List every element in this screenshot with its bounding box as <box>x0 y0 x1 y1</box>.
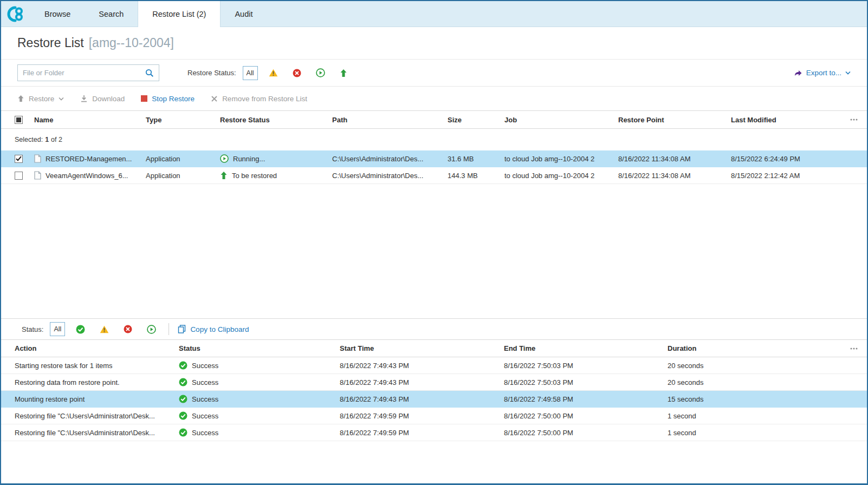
session-filter-all-button[interactable]: All <box>50 322 65 336</box>
cell-duration: 20 seconds <box>668 362 844 370</box>
running-icon <box>316 68 325 77</box>
column-header-duration[interactable]: Duration <box>668 344 844 352</box>
session-filter-warning-button[interactable] <box>96 322 113 336</box>
search-box <box>17 64 159 81</box>
download-icon <box>80 95 88 102</box>
indeterminate-mark <box>16 117 21 122</box>
remove-from-list-button[interactable]: Remove from Restore List <box>211 95 307 103</box>
column-header-restore-point[interactable]: Restore Point <box>618 116 731 124</box>
filter-all-button[interactable]: All <box>243 66 258 80</box>
cell-action: Restoring file "C:\Users\Administrator\D… <box>15 429 179 437</box>
table-row[interactable]: VeeamAgentWindows_6... Application To be… <box>1 167 867 184</box>
tab-restore-list[interactable]: Restore List (2) <box>138 1 221 27</box>
select-all-checkbox[interactable] <box>15 116 23 124</box>
warning-icon <box>269 69 278 77</box>
session-log-panel: Status: All Copy to Clipboard <box>1 318 867 483</box>
column-chooser-icon[interactable] <box>844 346 858 351</box>
session-filter-error-button[interactable] <box>120 322 136 336</box>
running-icon <box>220 154 229 163</box>
to-be-restored-icon <box>220 171 228 180</box>
nav-tabs: Browse Search Restore List (2) Audit <box>30 1 267 27</box>
cell-last-modified: 8/15/2022 2:12:42 AM <box>731 172 844 180</box>
cell-action: Restoring data from restore point. <box>15 378 179 386</box>
download-label: Download <box>92 95 125 103</box>
stop-restore-label: Stop Restore <box>152 95 195 103</box>
column-header-end-time[interactable]: End Time <box>504 344 668 352</box>
stop-icon <box>141 95 147 102</box>
tab-search[interactable]: Search <box>85 1 138 27</box>
download-button[interactable]: Download <box>80 95 125 103</box>
cell-end-time: 8/16/2022 7:50:03 PM <box>504 378 668 386</box>
session-filter-success-button[interactable] <box>72 322 89 336</box>
cell-end-time: 8/16/2022 7:50:00 PM <box>504 429 668 437</box>
restore-status-filters: All <box>243 66 351 80</box>
restore-status-label: Restore Status: <box>187 69 236 77</box>
copy-to-clipboard-button[interactable]: Copy to Clipboard <box>178 325 249 333</box>
restore-button[interactable]: Restore <box>17 95 64 103</box>
column-header-start-time[interactable]: Start Time <box>340 344 504 352</box>
selected-suffix: of 2 <box>51 136 62 143</box>
file-icon <box>34 154 41 163</box>
table-row[interactable]: RESTORED-Managemen... Application Runnin… <box>1 150 867 167</box>
page-subtitle: [amg--10-2004] <box>89 36 174 50</box>
column-header-last-modified[interactable]: Last Modified <box>731 116 844 124</box>
cell-status: Success <box>192 395 218 403</box>
search-icon[interactable] <box>145 69 154 77</box>
cell-duration: 1 second <box>668 429 844 437</box>
cell-end-time: 8/16/2022 7:50:00 PM <box>504 412 668 420</box>
app-window: Browse Search Restore List (2) Audit Res… <box>0 0 868 485</box>
search-input[interactable] <box>23 69 145 77</box>
column-chooser-icon[interactable] <box>844 117 858 122</box>
cell-name: RESTORED-Managemen... <box>46 155 132 163</box>
filter-pending-button[interactable] <box>336 66 351 80</box>
error-icon <box>293 69 301 77</box>
to-be-restored-icon <box>340 69 347 77</box>
app-logo[interactable] <box>1 1 30 27</box>
export-button[interactable]: Export to... <box>794 69 851 77</box>
filter-running-button[interactable] <box>312 66 329 80</box>
file-table-header: Name Type Restore Status Path Size Job R… <box>1 110 867 129</box>
row-checkbox[interactable] <box>15 172 23 180</box>
filter-error-button[interactable] <box>289 66 305 80</box>
filter-warning-button[interactable] <box>265 66 282 80</box>
list-item[interactable]: Starting restore task for 1 items Succes… <box>1 357 867 374</box>
cell-duration: 20 seconds <box>668 378 844 386</box>
session-filter-running-button[interactable] <box>143 322 160 336</box>
list-item[interactable]: Mounting restore point Success 8/16/2022… <box>1 391 867 408</box>
column-header-restore-status[interactable]: Restore Status <box>220 116 332 124</box>
list-item[interactable]: Restoring file "C:\Users\Administrator\D… <box>1 424 867 441</box>
stop-restore-button[interactable]: Stop Restore <box>141 95 195 103</box>
row-checkbox[interactable] <box>15 155 23 163</box>
list-item[interactable]: Restoring data from restore point. Succe… <box>1 374 867 391</box>
copy-icon <box>178 325 186 333</box>
column-header-type[interactable]: Type <box>146 116 220 124</box>
column-header-job[interactable]: Job <box>504 116 618 124</box>
filter-toolbar: Restore Status: All Export to... <box>1 60 867 87</box>
column-header-size[interactable]: Size <box>448 116 504 124</box>
list-item[interactable]: Restoring file "C:\Users\Administrator\D… <box>1 408 867 424</box>
cell-restore-status: Running... <box>233 155 265 163</box>
restore-up-icon <box>17 95 24 102</box>
copy-label: Copy to Clipboard <box>190 325 249 333</box>
column-header-action[interactable]: Action <box>15 344 179 352</box>
success-icon <box>179 411 187 420</box>
column-header-path[interactable]: Path <box>332 116 448 124</box>
cell-start-time: 8/16/2022 7:49:59 PM <box>340 412 504 420</box>
selected-prefix: Selected: <box>15 136 43 143</box>
export-label: Export to... <box>806 69 841 77</box>
remove-label: Remove from Restore List <box>222 95 307 103</box>
close-icon <box>211 95 218 102</box>
column-header-status[interactable]: Status <box>179 344 340 352</box>
export-icon <box>794 69 802 77</box>
cell-size: 144.3 MB <box>448 172 504 180</box>
warning-icon <box>100 325 109 333</box>
cell-restore-point: 8/16/2022 11:34:08 AM <box>618 172 731 180</box>
cell-size: 31.6 MB <box>448 155 504 163</box>
cell-last-modified: 8/15/2022 6:24:49 PM <box>731 155 844 163</box>
tab-browse[interactable]: Browse <box>30 1 85 27</box>
cell-duration: 15 seconds <box>668 395 844 403</box>
column-header-name[interactable]: Name <box>34 116 146 124</box>
chevron-down-icon <box>59 97 64 101</box>
cell-path: C:\Users\Administrator\Des... <box>332 155 448 163</box>
tab-audit[interactable]: Audit <box>221 1 267 27</box>
